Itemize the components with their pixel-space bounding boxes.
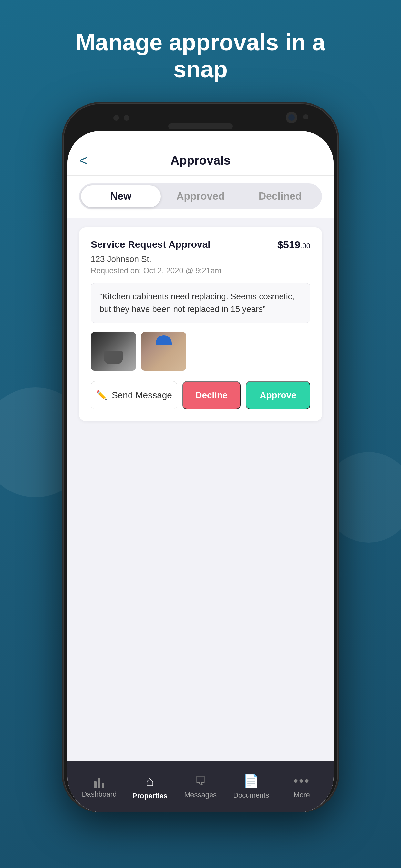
tab-declined[interactable]: Declined — [240, 185, 320, 207]
phone-camera — [286, 112, 297, 123]
bottom-nav: Dashboard ⌂ Properties 🗨 Messages 📄 Docu… — [67, 761, 334, 812]
card-header: Service Request Approval $519 .00 — [91, 239, 310, 251]
tab-new[interactable]: New — [81, 185, 161, 207]
send-message-button[interactable]: ✏️ Send Message — [91, 381, 177, 409]
images-row — [91, 332, 310, 371]
card-address: 123 Johnson St. — [91, 254, 310, 264]
decline-button[interactable]: Decline — [182, 381, 241, 409]
actions-row: ✏️ Send Message Decline Approve — [91, 381, 310, 409]
phone-frame: < Approvals New Approved Declined Servic… — [62, 102, 339, 812]
approve-button[interactable]: Approve — [246, 381, 310, 409]
phone-screen: < Approvals New Approved Declined Servic… — [67, 131, 334, 812]
pencil-icon: ✏️ — [96, 390, 107, 400]
phone-top-bar — [62, 102, 339, 141]
nav-item-more[interactable]: ••• More — [276, 774, 327, 799]
dashboard-icon — [94, 775, 104, 787]
approval-card: Service Request Approval $519 .00 123 Jo… — [79, 227, 322, 421]
phone-sensor2 — [124, 115, 129, 121]
card-date: Requested on: Oct 2, 2020 @ 9:21am — [91, 266, 310, 275]
card-comment: “Kitchen cabinents need replacing. Seems… — [91, 283, 310, 323]
tab-container: New Approved Declined — [67, 176, 334, 218]
tab-selector: New Approved Declined — [79, 183, 322, 209]
page-title: Approvals — [171, 154, 230, 167]
send-message-label: Send Message — [112, 390, 172, 400]
sink-image — [91, 332, 136, 371]
nav-item-messages[interactable]: 🗨 Messages — [175, 774, 226, 799]
content-area: Service Request Approval $519 .00 123 Jo… — [67, 218, 334, 761]
price-dollars: $519 — [277, 239, 300, 251]
back-button[interactable]: < — [79, 152, 88, 168]
home-icon: ⌂ — [146, 773, 154, 789]
phone-dot — [303, 114, 308, 120]
tab-approved[interactable]: Approved — [161, 185, 241, 207]
card-title: Service Request Approval — [91, 239, 211, 250]
price-display: $519 .00 — [277, 239, 310, 251]
more-icon: ••• — [294, 774, 310, 788]
nav-label-properties: Properties — [132, 792, 167, 800]
page-headline: Manage approvals in a snap — [55, 29, 346, 83]
phone-speaker — [168, 123, 233, 129]
image-thumb-1[interactable] — [91, 332, 136, 371]
nav-label-more: More — [294, 791, 310, 799]
nav-label-dashboard: Dashboard — [82, 790, 117, 799]
document-icon: 📄 — [243, 773, 259, 788]
worker-image — [141, 332, 186, 371]
image-thumb-2[interactable] — [141, 332, 186, 371]
nav-item-dashboard[interactable]: Dashboard — [74, 775, 125, 799]
phone-sensor — [113, 115, 119, 121]
app-header: < Approvals — [67, 147, 334, 176]
nav-label-messages: Messages — [184, 791, 217, 799]
nav-item-properties[interactable]: ⌂ Properties — [125, 773, 175, 800]
nav-item-documents[interactable]: 📄 Documents — [226, 773, 276, 800]
price-cents: .00 — [300, 242, 310, 250]
message-icon: 🗨 — [194, 774, 207, 788]
nav-label-documents: Documents — [233, 791, 269, 800]
